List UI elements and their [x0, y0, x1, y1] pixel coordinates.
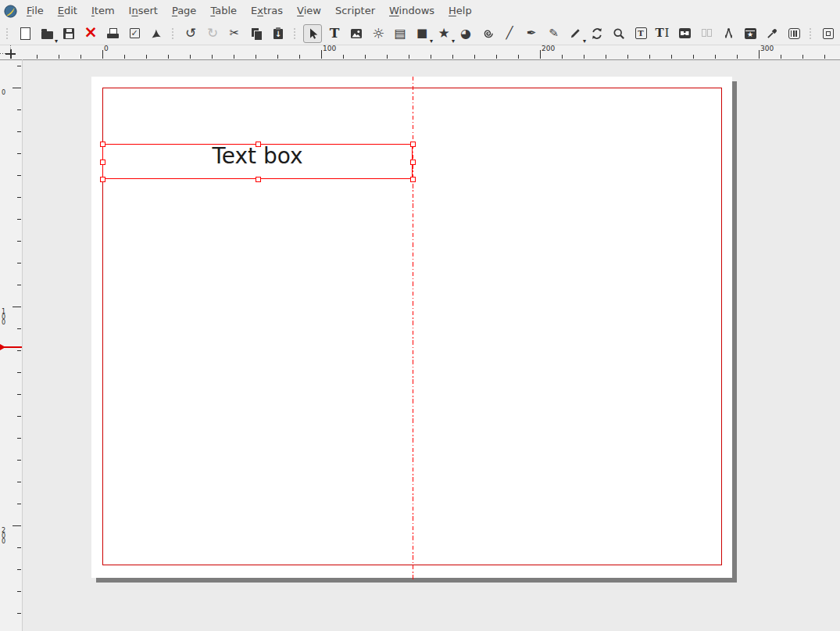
- insert-polygon-icon: ★: [438, 27, 449, 40]
- insert-spiral-button[interactable]: [478, 24, 497, 43]
- ruler-tick: [606, 55, 606, 59]
- insert-polygon-button[interactable]: ★▾: [434, 24, 453, 43]
- insert-calligraphic-line-icon: [570, 27, 581, 39]
- eye-dropper-button[interactable]: [763, 24, 781, 43]
- ruler-tick: [17, 372, 21, 373]
- copy-button[interactable]: [247, 24, 266, 43]
- origin-crosshair-icon: [10, 49, 12, 59]
- insert-text-frame-button[interactable]: T: [325, 24, 344, 43]
- menu-help[interactable]: Help: [441, 0, 479, 22]
- copy-item-properties-button[interactable]: ★: [741, 24, 760, 43]
- vertical-ruler[interactable]: 01 0 02 0 0: [0, 59, 23, 631]
- insert-image-frame-button[interactable]: [347, 24, 366, 43]
- pdf-push-button-button[interactable]: [819, 24, 838, 43]
- insert-calligraphic-line-button[interactable]: ▾: [566, 24, 584, 43]
- selection-handle[interactable]: [410, 160, 416, 165]
- menu-table[interactable]: Table: [203, 0, 244, 22]
- ruler-tick: [387, 55, 388, 59]
- vertical-guide[interactable]: [413, 77, 413, 581]
- ruler-tick: [13, 88, 21, 88]
- selection-handle[interactable]: [100, 177, 105, 182]
- ruler-tick: [452, 55, 453, 59]
- menu-view[interactable]: View: [290, 0, 328, 22]
- measurements-button[interactable]: [719, 24, 738, 43]
- ruler-tick: [671, 55, 672, 59]
- horizontal-ruler[interactable]: 0100200300: [22, 45, 840, 60]
- edit-contents-button[interactable]: T: [631, 24, 650, 43]
- scribus-logo-icon: [4, 5, 17, 18]
- toolbar-group-handle: [294, 28, 297, 39]
- menu-scripter[interactable]: Scripter: [328, 0, 382, 22]
- selection-handle[interactable]: [100, 160, 105, 165]
- menu-file[interactable]: File: [20, 0, 51, 22]
- close-button[interactable]: ×: [81, 24, 100, 43]
- menu-windows[interactable]: Windows: [382, 0, 441, 22]
- ruler-tick: [13, 307, 21, 307]
- ruler-tick: [17, 591, 21, 592]
- new-document-icon: [20, 27, 30, 40]
- ruler-tick: [277, 55, 278, 59]
- ruler-tick: [474, 55, 475, 59]
- save-button[interactable]: [59, 24, 78, 43]
- selection-handle[interactable]: [100, 142, 105, 147]
- text-frame[interactable]: Text box: [102, 144, 413, 179]
- ruler-tick: [17, 547, 21, 548]
- link-text-frames-button[interactable]: [675, 24, 694, 43]
- paste-button[interactable]: ↓: [269, 24, 288, 43]
- menu-page[interactable]: Page: [165, 0, 203, 22]
- dropdown-caret-icon: ▾: [452, 38, 455, 45]
- ruler-tick: [212, 55, 213, 59]
- selection-handle[interactable]: [410, 177, 416, 182]
- print-button[interactable]: [103, 24, 122, 43]
- unlink-text-frames-button[interactable]: [697, 24, 716, 43]
- insert-arc-button[interactable]: ◕: [456, 24, 475, 43]
- menu-item[interactable]: Item: [84, 0, 122, 22]
- select-item-button[interactable]: [303, 24, 322, 43]
- insert-bezier-icon: ✒: [527, 27, 537, 39]
- insert-freehand-line-button[interactable]: ✏: [544, 24, 563, 43]
- ruler-tick: [17, 438, 21, 439]
- insert-table-button[interactable]: ▤: [391, 24, 409, 43]
- cut-button[interactable]: ✂: [225, 24, 244, 43]
- rotate-item-button[interactable]: [588, 24, 606, 43]
- selection-handle[interactable]: [256, 177, 261, 182]
- canvas[interactable]: Text box: [22, 59, 840, 631]
- ruler-tick: [431, 55, 431, 59]
- zoom-button[interactable]: [609, 24, 628, 43]
- ruler-tick: [781, 55, 781, 59]
- ruler-tick: [715, 55, 716, 59]
- ruler-tick: [496, 55, 497, 59]
- export-pdf-button[interactable]: [147, 24, 166, 43]
- select-item-icon: [306, 27, 319, 40]
- menu-edit[interactable]: Edit: [51, 0, 84, 22]
- edit-text-story-editor-button[interactable]: TI: [653, 24, 672, 43]
- undo-button[interactable]: ↺: [181, 24, 200, 43]
- new-document-button[interactable]: [16, 24, 34, 43]
- ruler-tick: [13, 525, 21, 526]
- selection-handle[interactable]: [256, 142, 261, 147]
- ruler-tick: [17, 460, 21, 461]
- insert-render-frame-button[interactable]: ☼: [369, 24, 388, 43]
- menu-insert[interactable]: Insert: [122, 0, 165, 22]
- preflight-verifier-button[interactable]: ✓: [125, 24, 144, 43]
- ruler-tick: [146, 55, 147, 59]
- ruler-tick: [17, 285, 21, 285]
- open-file-button[interactable]: ▾: [38, 24, 56, 43]
- selection-handle[interactable]: [410, 142, 416, 147]
- redo-button[interactable]: ↻: [203, 24, 222, 43]
- ruler-tick: [562, 55, 563, 59]
- ruler-tick: [17, 328, 21, 329]
- ruler-origin-widget[interactable]: [0, 45, 22, 60]
- insert-barcode-button[interactable]: [785, 24, 803, 43]
- insert-shape-button[interactable]: ■▾: [413, 24, 431, 43]
- menu-extras[interactable]: Extras: [244, 0, 290, 22]
- insert-line-button[interactable]: ╱: [500, 24, 519, 43]
- ruler-tick: [540, 50, 541, 59]
- ruler-tick: [17, 482, 21, 482]
- toolbar-group-handle: [172, 28, 175, 39]
- ruler-tick: [343, 55, 344, 59]
- save-icon: [63, 28, 74, 39]
- toolbar-group-handle: [810, 28, 813, 39]
- insert-bezier-button[interactable]: ✒: [522, 24, 541, 43]
- ruler-tick: [124, 55, 125, 59]
